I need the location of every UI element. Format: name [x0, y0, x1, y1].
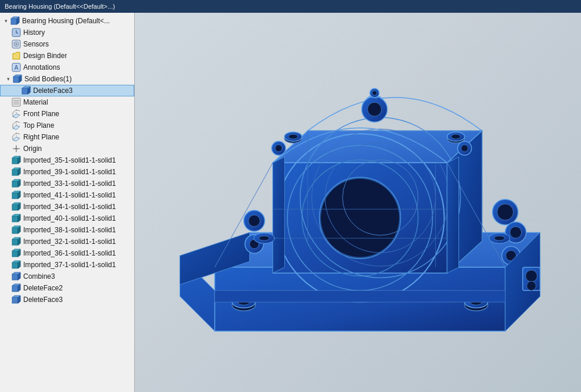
tree-item-right-plane[interactable]: Right Plane — [0, 131, 134, 143]
icon-annotation: A — [12, 63, 21, 72]
tree-item-imported-36[interactable]: Imported_36-1-solid1-1-solid1 — [0, 247, 134, 259]
tree-item-label: Imported_35-1-solid1-1-solid1 — [23, 156, 116, 164]
icon-deleteface — [12, 295, 21, 304]
svg-point-103 — [372, 91, 377, 95]
svg-rect-63 — [12, 251, 18, 257]
icon-deleteface — [12, 283, 21, 293]
tree-item-label: Imported_32-1-solid1-1-solid1 — [23, 238, 116, 246]
icon-feature — [12, 179, 21, 188]
tree-item-label: Sensors — [23, 40, 49, 48]
icon-feature — [12, 190, 21, 200]
tree-item-history[interactable]: History — [0, 27, 134, 38]
svg-line-24 — [13, 110, 16, 113]
tree-item-label: Imported_37-1-solid1-1-solid1 — [23, 261, 116, 269]
svg-line-29 — [13, 121, 16, 124]
svg-rect-57 — [12, 228, 18, 233]
tree-item-label: Combine3 — [23, 272, 55, 280]
svg-point-8 — [16, 44, 17, 45]
svg-marker-21 — [13, 114, 20, 118]
icon-feature — [12, 156, 21, 165]
tree-item-sensors[interactable]: Sensors — [0, 38, 134, 50]
tree-item-label: Imported_33-1-solid1-1-solid1 — [23, 179, 116, 188]
feature-tree-sidebar: ▾Bearing Housing (Default<...HistorySens… — [0, 13, 135, 392]
3d-viewport[interactable] — [135, 13, 581, 392]
tree-item-label: DeleteFace3 — [23, 296, 63, 304]
svg-line-30 — [16, 121, 20, 123]
tree-item-annotations[interactable]: AAnnotations — [0, 62, 134, 73]
svg-rect-54 — [12, 216, 18, 222]
svg-rect-42 — [12, 170, 18, 175]
tree-item-label: Right Plane — [23, 133, 59, 141]
tree-item-label: Annotations — [23, 63, 60, 71]
svg-rect-69 — [12, 274, 18, 280]
tree-item-deleteface3[interactable]: DeleteFace3 — [0, 294, 134, 305]
tree-item-imported-38[interactable]: Imported_38-1-solid1-1-solid1 — [0, 224, 134, 236]
icon-feature — [12, 225, 21, 235]
svg-point-147 — [527, 281, 536, 290]
tree-item-origin[interactable]: Origin — [0, 143, 134, 154]
svg-line-34 — [13, 133, 16, 136]
icon-feature — [12, 167, 21, 177]
tree-item-label: Top Plane — [23, 121, 54, 130]
svg-rect-60 — [12, 239, 18, 245]
svg-text:A: A — [14, 64, 18, 71]
expand-arrow[interactable]: ▾ — [5, 75, 12, 82]
tree-item-label: Imported_36-1-solid1-1-solid1 — [23, 249, 116, 257]
icon-feature — [12, 202, 21, 211]
svg-point-109 — [451, 134, 461, 139]
tree-item-label: Imported_34-1-solid1-1-solid1 — [23, 203, 116, 211]
svg-rect-66 — [12, 262, 18, 268]
icon-feature — [12, 249, 21, 258]
tree-item-front-plane[interactable]: Front Plane — [0, 108, 134, 120]
svg-rect-75 — [12, 297, 18, 303]
icon-binder — [12, 51, 21, 60]
tree-item-top-plane[interactable]: Top Plane — [0, 120, 134, 131]
3d-model-svg — [168, 46, 564, 372]
tree-item-imported-32[interactable]: Imported_32-1-solid1-1-solid1 — [0, 236, 134, 247]
svg-rect-48 — [12, 193, 18, 199]
svg-marker-26 — [13, 125, 20, 130]
tree-item-label: Front Plane — [23, 110, 59, 118]
icon-origin — [12, 144, 21, 153]
icon-feature — [12, 214, 21, 223]
tree-item-deleteface3-child[interactable]: DeleteFace3 — [0, 85, 134, 96]
svg-rect-0 — [11, 19, 17, 24]
tree-item-imported-35[interactable]: Imported_35-1-solid1-1-solid1 — [0, 154, 134, 166]
icon-deleteface — [21, 86, 31, 95]
svg-point-100 — [368, 102, 382, 116]
icon-plane — [12, 109, 21, 118]
tree-item-solid-bodies[interactable]: ▾Solid Bodies(1) — [0, 73, 134, 85]
tree-item-imported-34[interactable]: Imported_34-1-solid1-1-solid1 — [0, 201, 134, 213]
tree-item-label: Bearing Housing (Default<... — [22, 17, 110, 25]
tree-item-imported-40[interactable]: Imported_40-1-solid1-1-solid1 — [0, 213, 134, 224]
svg-point-38 — [15, 148, 17, 150]
tree-item-label: Material — [23, 98, 48, 106]
svg-line-25 — [16, 110, 20, 111]
icon-feature — [12, 260, 21, 269]
icon-sensor — [12, 39, 21, 49]
svg-marker-97 — [273, 157, 285, 273]
tree-item-design-binder[interactable]: Design Binder — [0, 50, 134, 62]
tree-item-bearing-housing[interactable]: ▾Bearing Housing (Default<... — [0, 15, 134, 27]
svg-point-106 — [289, 134, 298, 139]
tree-item-imported-37[interactable]: Imported_37-1-solid1-1-solid1 — [0, 259, 134, 271]
tree-item-material[interactable]: Material — [0, 96, 134, 108]
tree-item-label: Solid Bodies(1) — [24, 75, 71, 83]
main-content: ▾Bearing Housing (Default<...HistorySens… — [0, 13, 581, 392]
expand-arrow[interactable]: ▾ — [2, 17, 9, 24]
tree-item-deleteface2[interactable]: DeleteFace2 — [0, 282, 134, 294]
tree-item-imported-41[interactable]: Imported_41-1-solid1-1-solid1 — [0, 189, 134, 201]
tree-item-imported-33[interactable]: Imported_33-1-solid1-1-solid1 — [0, 178, 134, 189]
svg-rect-14 — [22, 88, 28, 94]
tree-item-imported-39[interactable]: Imported_39-1-solid1-1-solid1 — [0, 166, 134, 178]
feature-tree[interactable]: ▾Bearing Housing (Default<...HistorySens… — [0, 13, 134, 392]
tree-item-label: Imported_41-1-solid1-1-solid1 — [23, 191, 116, 199]
tree-item-combine3[interactable]: Combine3 — [0, 271, 134, 282]
svg-rect-11 — [13, 77, 19, 82]
icon-material — [12, 98, 21, 107]
icon-solid — [13, 74, 22, 84]
svg-rect-45 — [12, 181, 18, 187]
svg-point-90 — [321, 178, 400, 257]
title-bar: Bearing Housing (Default<<Default>...) — [0, 0, 581, 13]
icon-plane — [12, 121, 21, 130]
